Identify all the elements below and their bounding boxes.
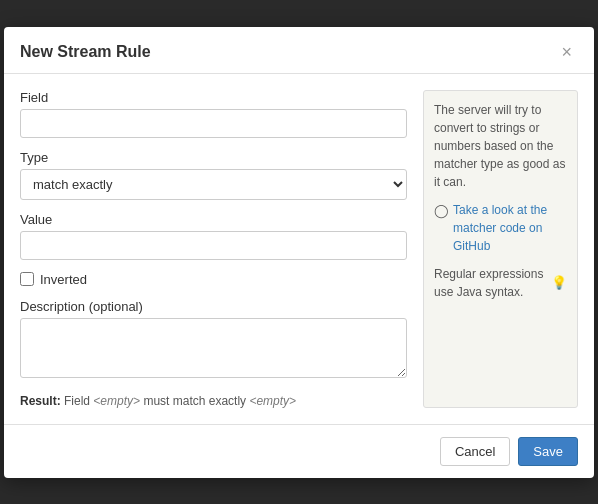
description-group: Description (optional) [20,299,407,378]
description-textarea[interactable] [20,318,407,378]
result-text: Field <empty> must match exactly <empty> [64,394,296,408]
inverted-group: Inverted [20,272,407,287]
value-input[interactable] [20,231,407,260]
github-icon: ◯ [434,201,449,221]
modal-header: New Stream Rule × [4,27,594,74]
modal-footer: Cancel Save [4,424,594,478]
type-group: Type match exactly match regex greater t… [20,150,407,200]
inverted-checkbox[interactable] [20,272,34,286]
github-link[interactable]: Take a look at the matcher code on GitHu… [453,201,567,255]
modal-overlay: New Stream Rule × Field Type match exact… [0,0,598,504]
modal-title: New Stream Rule [20,43,151,61]
lightbulb-icon: 💡 [551,273,567,293]
save-button[interactable]: Save [518,437,578,466]
description-label: Description (optional) [20,299,407,314]
result-section: Result: Field <empty> must match exactly… [20,394,407,408]
value-label: Value [20,212,407,227]
field-input[interactable] [20,109,407,138]
regex-text: Regular expressions use Java syntax. [434,265,547,301]
type-label: Type [20,150,407,165]
value-group: Value [20,212,407,260]
close-button[interactable]: × [555,41,578,63]
cancel-button[interactable]: Cancel [440,437,510,466]
inverted-label: Inverted [40,272,87,287]
info-description: The server will try to convert to string… [434,101,567,191]
result-label: Result: [20,394,61,408]
type-select[interactable]: match exactly match regex greater than s… [20,169,407,200]
modal-dialog: New Stream Rule × Field Type match exact… [4,27,594,478]
field-label: Field [20,90,407,105]
info-panel: The server will try to convert to string… [423,90,578,408]
modal-body: Field Type match exactly match regex gre… [4,74,594,424]
field-group: Field [20,90,407,138]
regex-info: Regular expressions use Java syntax. 💡 [434,265,567,301]
github-link-block: ◯ Take a look at the matcher code on Git… [434,201,567,255]
form-section: Field Type match exactly match regex gre… [20,90,407,408]
